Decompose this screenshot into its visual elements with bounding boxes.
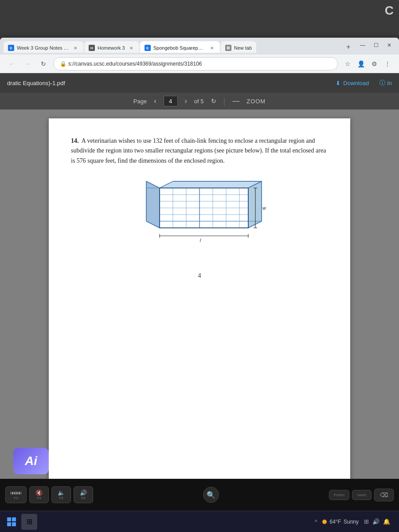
url-bar[interactable]: 🔒 s://canvas.ucsc.edu/courses/49369/assi… (53, 57, 338, 70)
tab-spongebob[interactable]: E Spongebob Squarepants - G ✕ (140, 41, 220, 53)
win-sq4 (12, 522, 16, 526)
search-icon: 🔍 (207, 491, 215, 499)
prtscn-key[interactable]: PrtScn (329, 490, 349, 500)
problem-body: A veterinarian wishes to use 132 feet of… (71, 137, 326, 164)
browser-window: E Week 3 Group Notes - Goog ✕ H Homework… (0, 38, 399, 479)
minimize-button[interactable]: — (356, 39, 369, 51)
forward-button[interactable]: → (21, 58, 34, 70)
vol-up-icon: 🔊 (78, 489, 88, 496)
pdf-download-button[interactable]: ⬇ Download (332, 78, 372, 88)
f5-label: F5 (56, 496, 66, 500)
new-tab-button[interactable]: + (342, 41, 355, 53)
zoom-out-button[interactable]: — (230, 96, 242, 106)
window-controls: — ☐ ✕ (356, 39, 395, 51)
corner-decoration: C (385, 4, 394, 18)
close-window-button[interactable]: ✕ (383, 39, 395, 51)
insert-label: Insert (357, 493, 367, 497)
pdf-info-button[interactable]: ⓘ In (379, 79, 392, 87)
system-tray: ^ 64°F Sunny ⊞ 🔊 🔔 (315, 518, 395, 525)
taskbar-app1[interactable]: ⊞ (21, 514, 37, 530)
svg-marker-2 (248, 181, 262, 228)
zoom-divider: | (223, 97, 226, 106)
page-refresh-button[interactable]: ↻ (208, 97, 219, 106)
weather-temp: 64°F (329, 519, 340, 525)
info-label: In (387, 80, 392, 86)
svg-marker-3 (160, 221, 262, 228)
problem-number: 14. (71, 137, 79, 144)
pdf-actions: ⬇ Download ⓘ In (332, 78, 392, 88)
tab-week3-notes[interactable]: E Week 3 Group Notes - Goog ✕ (4, 41, 83, 53)
pdf-toolbar: dratic Equations)-1.pdf ⬇ Download ⓘ In (0, 73, 399, 93)
lock-icon: 🔒 (60, 61, 66, 67)
tab-homework3[interactable]: H Homework 3 ✕ (84, 41, 139, 53)
tab3-icon: E (145, 45, 151, 51)
network-icon[interactable]: ⊞ (364, 518, 369, 525)
play-pause-key[interactable]: ⏮⏭ F3 (5, 486, 27, 503)
mute-key[interactable]: 🔇 F4 (29, 486, 49, 503)
tab2-icon: H (89, 45, 95, 51)
expand-tray-button[interactable]: ^ (315, 519, 317, 525)
tab1-close-button[interactable]: ✕ (72, 44, 79, 51)
win-sq1 (7, 517, 11, 521)
page-total: of 5 (194, 98, 204, 105)
extensions-button[interactable]: ⚙ (368, 58, 380, 70)
weather-status-dot (322, 520, 327, 524)
info-icon: ⓘ (379, 79, 385, 87)
maximize-button[interactable]: ☐ (370, 39, 382, 51)
next-page-button[interactable]: › (182, 96, 190, 106)
sys-icons-group: ⊞ 🔊 🔔 (364, 518, 390, 525)
svg-marker-1 (146, 181, 160, 228)
page-number-input[interactable] (164, 96, 178, 106)
sound-icon[interactable]: 🔊 (372, 518, 379, 525)
search-key[interactable]: 🔍 (203, 487, 219, 503)
fence-diagram: l w (124, 175, 275, 254)
weather-widget[interactable]: 64°F Sunny (322, 519, 359, 525)
win-sq2 (12, 517, 16, 521)
vol-up-key[interactable]: 🔊 F6 (74, 486, 93, 503)
prtscn-label: PrtScn (334, 493, 344, 497)
function-key-bar: ⏮⏭ F3 🔇 F4 🔈 F5 🔊 F6 🔍 PrtScn Insert ⌫ (0, 479, 399, 511)
f3-label: F3 (10, 496, 22, 500)
back-button[interactable]: ← (5, 58, 18, 70)
pdf-content-area: 14. A veterinarian wishes to use 132 fee… (0, 110, 399, 479)
bookmark-button[interactable]: ☆ (341, 58, 354, 70)
download-label: Download (343, 80, 369, 86)
tab-newtab[interactable]: ⊞ New tab (221, 41, 256, 53)
f6-label: F6 (78, 496, 88, 500)
pdf-page: 14. A veterinarian wishes to use 132 fee… (49, 118, 350, 479)
delete-icon: ⌫ (379, 492, 389, 498)
media-controls-group: ⏮⏭ F3 🔇 F4 🔈 F5 🔊 F6 (5, 486, 93, 503)
profile-button[interactable]: 👤 (355, 58, 367, 70)
tab3-label: Spongebob Squarepants - G (153, 45, 206, 51)
title-bar: E Week 3 Group Notes - Goog ✕ H Homework… (0, 38, 399, 55)
vol-down-key[interactable]: 🔈 F5 (51, 486, 71, 503)
tab1-label: Week 3 Group Notes - Goog (17, 45, 69, 51)
tab2-label: Homework 3 (98, 45, 125, 51)
url-text: s://canvas.ucsc.edu/courses/49369/assign… (68, 61, 202, 67)
tab4-icon: ⊞ (225, 45, 231, 51)
zoom-label: ZOOM (246, 98, 266, 105)
tab2-close-button[interactable]: ✕ (128, 44, 135, 51)
tabs-container: E Week 3 Group Notes - Goog ✕ H Homework… (4, 39, 340, 53)
notification-icon[interactable]: 🔔 (383, 518, 390, 525)
svg-text:l: l (200, 238, 201, 243)
vol-down-icon: 🔈 (56, 489, 66, 496)
system-keys-group: PrtScn Insert ⌫ (329, 489, 394, 501)
pdf-viewer: dratic Equations)-1.pdf ⬇ Download ⓘ In … (0, 73, 399, 479)
windows-icon (7, 517, 16, 526)
taskbar-app1-icon: ⊞ (27, 517, 32, 526)
menu-button[interactable]: ⋮ (381, 58, 394, 70)
start-button[interactable] (4, 514, 20, 530)
page-controls: Page ‹ › of 5 ↻ | — ZOOM (0, 93, 399, 110)
mute-icon: 🔇 (34, 489, 44, 496)
delete-key[interactable]: ⌫ (374, 489, 394, 501)
refresh-button[interactable]: ↻ (37, 58, 50, 70)
ai-logo-text: Ai (25, 454, 37, 468)
f4-label: F4 (34, 496, 44, 500)
tab3-close-button[interactable]: ✕ (208, 44, 215, 51)
problem-text: 14. A veterinarian wishes to use 132 fee… (71, 136, 328, 166)
insert-key[interactable]: Insert (352, 490, 372, 500)
download-icon: ⬇ (336, 80, 340, 86)
ai-logo: Ai (13, 448, 49, 474)
prev-page-button[interactable]: ‹ (151, 96, 159, 106)
